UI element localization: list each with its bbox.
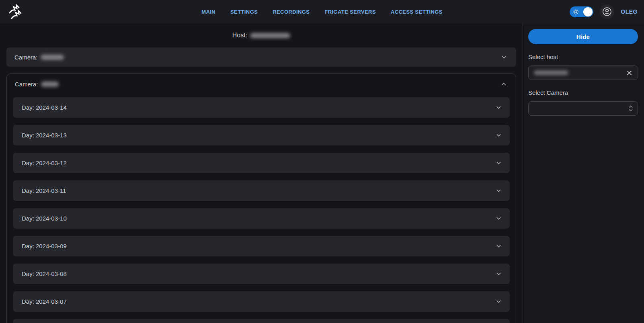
select-camera-label: Select Camera	[528, 89, 638, 96]
day-label: Day: 2024-03-09	[22, 243, 67, 249]
app-window: MAIN SETTINGS RECORDINGS FRIGATE SERVERS…	[0, 0, 644, 323]
topbar: MAIN SETTINGS RECORDINGS FRIGATE SERVERS…	[0, 0, 644, 23]
chevron-down-icon	[496, 104, 502, 110]
camera-value-redacted	[41, 55, 64, 60]
frigate-birds-logo-icon	[6, 2, 25, 21]
day-label: Day: 2024-03-13	[22, 132, 67, 139]
camera-value-redacted	[41, 82, 59, 87]
filter-sidebar: Hide Select host Select Camera	[523, 23, 644, 323]
user-icon	[602, 6, 612, 17]
chevron-down-icon	[496, 160, 502, 166]
nav-link[interactable]: SETTINGS	[230, 9, 258, 15]
camera-label: Camera:	[15, 81, 38, 88]
topbar-right: OLEG	[552, 4, 638, 19]
day-label: Day: 2024-03-10	[22, 215, 67, 222]
camera-row-label: Camera:	[14, 54, 64, 61]
hide-button[interactable]: Hide	[528, 29, 638, 44]
chevron-down-icon	[496, 188, 502, 194]
camera-select[interactable]	[528, 101, 638, 116]
clear-host-button[interactable]	[626, 70, 633, 76]
day-row[interactable]: Day: 2024-03-12	[13, 153, 510, 173]
day-rows: Day: 2024-03-14 Day: 2024-03-13	[13, 97, 510, 312]
user-avatar-button[interactable]	[600, 4, 614, 19]
host-label: Host:	[232, 32, 247, 39]
chevron-down-icon	[496, 132, 502, 138]
nav-link[interactable]: MAIN	[201, 9, 215, 15]
chevron-down-icon	[496, 215, 502, 221]
day-label: Day: 2024-03-07	[22, 298, 67, 305]
day-row[interactable]: Day: 2024-03-07	[13, 291, 510, 312]
camera-panel-header[interactable]: Camera:	[7, 74, 516, 94]
day-label: Day: 2024-03-11	[22, 187, 66, 194]
day-accordion-list: Day: 2024-03-14 Day: 2024-03-13	[7, 94, 516, 323]
day-row[interactable]: Day: 2024-03-08	[13, 264, 510, 284]
camera-accordion-collapsed[interactable]: Camera:	[6, 47, 516, 67]
camera-accordion-expanded: Camera: Day: 2024-03-14	[6, 74, 516, 323]
camera-row-label: Camera:	[15, 81, 59, 88]
day-row[interactable]: Day: 2024-03-10	[13, 208, 510, 229]
x-icon	[626, 70, 633, 76]
toggle-knob	[583, 7, 593, 16]
host-select-input[interactable]	[528, 65, 638, 80]
unfold-more-icon	[628, 105, 634, 112]
day-row[interactable]: Day: 2024-03-11	[13, 180, 510, 201]
chevron-down-icon	[496, 298, 502, 305]
day-label: Day: 2024-03-08	[22, 270, 67, 277]
sun-icon	[572, 8, 579, 17]
host-title: Host:	[6, 23, 516, 47]
nav-link[interactable]: FRIGATE SERVERS	[324, 9, 376, 15]
frigate-birds-logo[interactable]	[6, 2, 92, 21]
day-label: Day: 2024-03-12	[22, 159, 67, 166]
day-row[interactable]: Day: 2024-03-14	[13, 97, 510, 118]
chevron-down-icon	[501, 54, 507, 60]
day-row[interactable]: Day: 2024-03-09	[13, 236, 510, 256]
day-label: Day: 2024-03-14	[22, 104, 67, 111]
host-value-redacted	[250, 33, 290, 38]
day-row-partial[interactable]	[13, 319, 510, 323]
nav-link[interactable]: RECORDINGS	[273, 9, 310, 15]
theme-toggle[interactable]	[570, 6, 593, 17]
select-host-label: Select host	[528, 53, 638, 60]
nav-link[interactable]: ACCESS SETTINGS	[391, 9, 443, 15]
main-nav: MAIN SETTINGS RECORDINGS FRIGATE SERVERS…	[92, 9, 552, 15]
recordings-main: Host: Camera: Camera:	[0, 23, 523, 323]
page-body: Host: Camera: Camera:	[0, 23, 644, 323]
host-input-value-redacted	[534, 70, 568, 75]
day-row[interactable]: Day: 2024-03-13	[13, 125, 510, 145]
camera-label: Camera:	[14, 54, 38, 61]
chevron-down-icon	[496, 271, 502, 277]
chevron-down-icon	[496, 243, 502, 249]
user-name[interactable]: OLEG	[621, 8, 638, 15]
chevron-up-icon	[500, 81, 507, 87]
